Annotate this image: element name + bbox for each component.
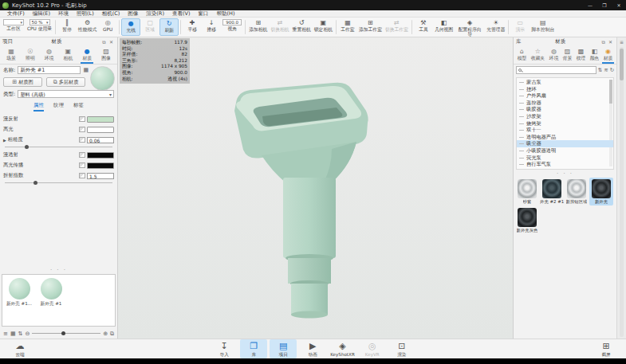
close-icon[interactable]: ✕ (612, 0, 626, 10)
toolbar-button[interactable]: ↻ 刷新 (159, 18, 179, 36)
menu-item[interactable]: 环境 (54, 10, 73, 18)
save-material-icon[interactable]: ▦ (83, 67, 89, 73)
property-slider[interactable] (5, 181, 112, 185)
toolbar-button[interactable]: 50 % CPU 使用量 (26, 18, 53, 36)
toolbar-button[interactable]: ⚒ 工具 (414, 18, 433, 36)
toolbar-button[interactable]: ✚ 平移 (183, 18, 202, 36)
toolbar-button[interactable]: 900.0 视角 (221, 18, 243, 36)
toolbar-button[interactable] (245, 20, 246, 34)
toolbar-button[interactable] (411, 20, 412, 34)
folder-item[interactable]: 小吸胶器透明 (517, 147, 613, 155)
library-tab[interactable]: ▩ 纹理 (575, 47, 588, 64)
toolbar-button[interactable]: ▤ 脚本控制台 (530, 18, 556, 36)
property-subtab[interactable]: 纹理 (53, 102, 64, 112)
material-thumbnail[interactable]: 纱窗 (515, 178, 539, 205)
project-tab[interactable]: ▦ 场景 (5, 47, 18, 64)
toolbar-button[interactable]: 工作区 (2, 18, 26, 36)
sort-icon[interactable]: ⇅ (18, 331, 23, 337)
close-panel-icon[interactable]: ✕ (607, 39, 614, 45)
ribbon-button[interactable]: ↧ 导入 (211, 339, 238, 358)
toolbar-button[interactable]: ◈ 配置程序向导 (455, 18, 485, 36)
search-box[interactable] (516, 66, 596, 74)
menu-item[interactable]: 照明(L) (73, 10, 98, 18)
ribbon-button[interactable]: ▶ 动画 (299, 339, 326, 358)
toolbar-button[interactable] (180, 20, 181, 34)
ribbon-button[interactable]: ◈ KeyShotXR (329, 339, 356, 358)
cloud-button[interactable]: ☁ 云端 (6, 339, 33, 358)
menu-item[interactable]: 渲染(R) (142, 10, 168, 18)
toolbar-button[interactable]: ↺ 重置相机 (291, 18, 313, 36)
texture-map-icon[interactable] (79, 152, 85, 158)
material-type-select[interactable]: 塑料 (高级) (18, 90, 114, 98)
folder-item[interactable]: 自行车气泵 (517, 161, 613, 168)
folder-item[interactable]: 沙发架 (517, 113, 613, 120)
menu-item[interactable]: 窗口 (194, 10, 212, 18)
folder-item[interactable]: 遥控器 (517, 100, 613, 107)
folder-item[interactable]: 透明电器产品 (517, 134, 613, 141)
zoom-out-icon[interactable]: ⊖ (25, 331, 30, 337)
filter-icon[interactable]: ≋ (604, 67, 608, 73)
menu-item[interactable]: 帮助(H) (212, 10, 238, 18)
menu-item[interactable]: 文件(F) (3, 10, 29, 18)
realtime-3d-viewport[interactable]: 每秒帧数: 117.9 时间: 12s 采样值: 82 三角形: 8,212 图… (118, 37, 513, 339)
folder-item[interactable]: 吸尘器 (517, 140, 613, 147)
property-subtab[interactable]: 属性 (33, 102, 44, 112)
toolbar-button[interactable]: ⇄ 切换相机 (269, 18, 290, 36)
project-tab[interactable]: ● 材质 (81, 47, 93, 64)
menu-item[interactable]: 查看(V) (168, 10, 195, 18)
screenshot-button[interactable]: ⊞ 截屏 (593, 339, 620, 358)
toolbar-button[interactable]: ⊞ 添加相机 (247, 18, 269, 36)
scene-material-item[interactable]: 新外壳 #1... (6, 278, 33, 307)
toolbar-button[interactable]: ☀ 光管理器 (485, 18, 506, 36)
slider-knob[interactable] (33, 181, 37, 185)
property-value-field[interactable]: 1.5 (87, 173, 114, 179)
undock-icon[interactable]: ⧉ (600, 39, 607, 45)
color-swatch[interactable] (87, 152, 114, 159)
library-tab[interactable]: ◧ 颜色 (589, 47, 601, 64)
material-tool-button[interactable]: ⊞ 材质图 (3, 77, 42, 87)
material-thumbnail[interactable]: 外壳 #2 #1... (540, 178, 564, 205)
minimize-icon[interactable]: — (583, 0, 597, 10)
panel-splitter[interactable]: · · · (0, 268, 117, 272)
library-tab[interactable]: ◉ 材质 (602, 47, 615, 64)
expand-arrow-icon[interactable]: ▶ (3, 138, 6, 143)
toolbar-button[interactable] (508, 20, 509, 34)
zoom-in-icon[interactable]: ⊕ (103, 331, 108, 337)
texture-map-icon[interactable] (79, 162, 85, 168)
texture-map-icon[interactable] (79, 127, 85, 132)
ribbon-button[interactable]: ▤ 项目 (270, 339, 297, 358)
link-icon[interactable]: ⧉ (110, 331, 114, 337)
toolbar-button[interactable] (119, 20, 120, 34)
library-tab[interactable]: ▨ 背景 (561, 47, 574, 64)
sort-icon[interactable]: ⇅ (598, 67, 602, 73)
toolbar-combobox[interactable]: 50 % (30, 19, 50, 25)
project-tab[interactable]: ▣ 相机 (62, 47, 75, 64)
property-value-field[interactable]: 0.06 (87, 137, 114, 143)
panel-menu-icon[interactable]: ≡ (620, 39, 624, 45)
color-swatch[interactable] (87, 162, 114, 169)
list-view-icon[interactable]: ≡ (3, 331, 8, 337)
ribbon-button[interactable]: ⊡ 渲染 (388, 339, 415, 358)
thumbnail-size-slider[interactable] (32, 331, 100, 335)
project-tab[interactable]: ◍ 环境 (43, 47, 56, 64)
material-thumbnail[interactable]: 新外壳 (589, 178, 613, 205)
texture-map-icon[interactable] (79, 137, 85, 143)
toolbar-button[interactable]: ▭ 演示 (510, 18, 530, 36)
property-subtab[interactable]: 标签 (73, 102, 84, 112)
toolbar-button[interactable]: ▦ 工作室 (338, 18, 357, 36)
search-input[interactable] (523, 68, 594, 73)
ribbon-button[interactable]: ❐ 库 (240, 339, 267, 358)
folder-item[interactable]: 吸胶器 (517, 106, 613, 113)
library-scrollbar[interactable] (620, 47, 624, 337)
color-swatch[interactable] (87, 127, 114, 133)
folder-item[interactable]: 荧光泵 (517, 155, 613, 162)
slider-knob[interactable] (25, 145, 29, 149)
close-panel-icon[interactable]: ✕ (108, 39, 115, 45)
property-slider[interactable] (5, 145, 112, 149)
library-tab[interactable]: ◍ 环境 (548, 47, 561, 64)
menu-item[interactable]: 编辑(E) (29, 10, 54, 18)
menu-item[interactable]: 相机(C) (98, 10, 124, 18)
texture-map-icon[interactable] (79, 173, 85, 178)
library-tab[interactable]: ☆ 收藏夹 (530, 47, 546, 64)
material-tool-button[interactable]: ⧉ 多层材质 (46, 77, 85, 87)
